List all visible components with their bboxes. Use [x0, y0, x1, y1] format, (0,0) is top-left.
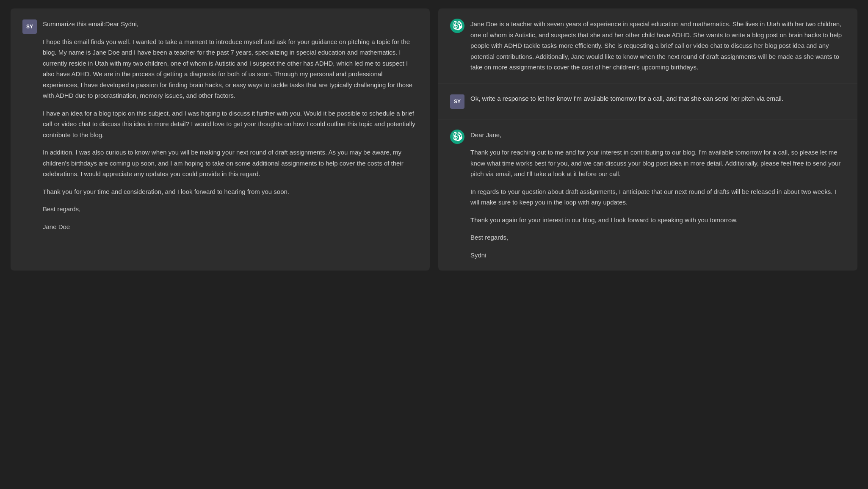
ai-response-content: Dear Jane, Thank you for reaching out to…	[470, 130, 846, 261]
ai-summary-content: Jane Doe is a teacher with seven years o…	[470, 19, 846, 73]
user-prompt-2-block: SY Ok, write a response to let her know …	[438, 83, 857, 119]
email-para-3: In addition, I was also curious to know …	[43, 147, 418, 180]
chatgpt-icon	[452, 21, 462, 31]
response-signature: Sydni	[470, 250, 846, 261]
right-panel: Jane Doe is a teacher with seven years o…	[438, 8, 857, 271]
email-para-4: Thank you for your time and consideratio…	[43, 186, 418, 197]
left-panel: SY Summarize this email:Dear Sydni, I ho…	[11, 8, 430, 271]
ai-response-block: Dear Jane, Thank you for reaching out to…	[438, 119, 857, 271]
user-avatar: SY	[22, 19, 37, 34]
response-greeting: Dear Jane,	[470, 130, 846, 141]
email-para-2: I have an idea for a blog topic on this …	[43, 108, 418, 141]
email-closing: Best regards,	[43, 204, 418, 215]
ai-avatar-response	[450, 130, 464, 144]
left-user-message: SY Summarize this email:Dear Sydni, I ho…	[11, 8, 430, 242]
response-para-1: Thank you for reaching out to me and for…	[470, 147, 846, 180]
email-para-1: I hope this email finds you well. I want…	[43, 36, 418, 101]
response-closing: Best regards,	[470, 232, 846, 243]
user-avatar-2: SY	[450, 94, 464, 109]
ai-summary-block: Jane Doe is a teacher with seven years o…	[438, 8, 857, 83]
main-container: SY Summarize this email:Dear Sydni, I ho…	[11, 8, 857, 271]
user-prompt-2-content: Ok, write a response to let her know I'm…	[470, 94, 846, 109]
chatgpt-icon-2	[452, 132, 462, 142]
ai-avatar-summary	[450, 19, 464, 33]
email-prompt-line: Summarize this email:Dear Sydni,	[43, 19, 418, 30]
user-prompt-2-text: Ok, write a response to let her know I'm…	[470, 94, 846, 104]
summary-text: Jane Doe is a teacher with seven years o…	[470, 19, 846, 73]
left-message-content: Summarize this email:Dear Sydni, I hope …	[43, 19, 418, 232]
email-signature: Jane Doe	[43, 221, 418, 232]
response-para-3: Thank you again for your interest in our…	[470, 215, 846, 226]
response-para-2: In regards to your question about draft …	[470, 186, 846, 208]
